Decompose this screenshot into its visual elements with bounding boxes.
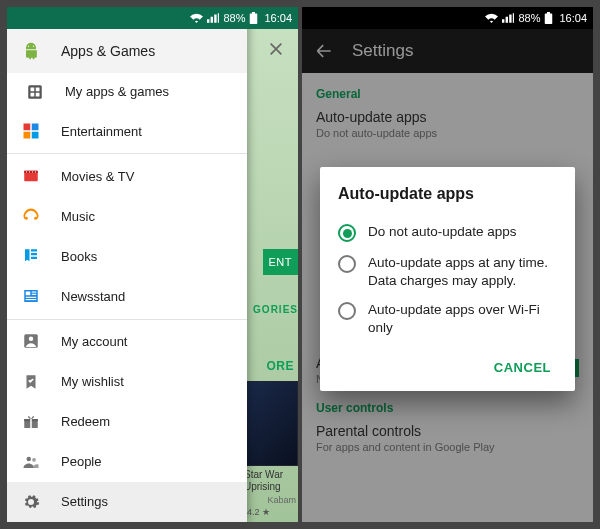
- drawer-item-redeem[interactable]: Redeem: [7, 402, 247, 442]
- screen-right: 88% 16:04 Settings General Auto-update a…: [302, 7, 593, 522]
- drawer-sub-label: My apps & games: [65, 84, 169, 99]
- dialog-actions: CANCEL: [338, 352, 557, 383]
- svg-rect-1: [28, 85, 42, 99]
- close-button[interactable]: [262, 35, 290, 63]
- battery-text: 88%: [518, 12, 540, 24]
- svg-point-13: [29, 171, 30, 172]
- drawer-item-label: Redeem: [61, 414, 110, 429]
- music-icon: [21, 206, 41, 226]
- partial-label-more: ORE: [266, 359, 294, 373]
- clock-text: 16:04: [264, 12, 292, 24]
- books-icon: [21, 246, 41, 266]
- account-icon: [21, 331, 41, 351]
- svg-rect-5: [36, 93, 40, 97]
- battery-icon: [249, 12, 258, 24]
- app-title: Star War Uprising: [244, 469, 296, 493]
- radio-selected-icon: [338, 224, 356, 242]
- radio-label: Do not auto-update apps: [368, 223, 517, 241]
- drawer-item-label: Entertainment: [61, 124, 142, 139]
- svg-rect-4: [31, 93, 35, 97]
- svg-rect-8: [24, 132, 31, 139]
- app-thumbnail[interactable]: [243, 381, 298, 466]
- drawer-item-settings[interactable]: Settings: [7, 482, 247, 522]
- drawer-item-label: Settings: [61, 494, 108, 509]
- drawer-item-label: My account: [61, 334, 127, 349]
- divider: [7, 153, 247, 154]
- drawer-item-label: Movies & TV: [61, 169, 134, 184]
- signal-icon: [502, 13, 514, 23]
- gift-icon: [21, 412, 41, 432]
- status-bar: 88% 16:04: [7, 7, 298, 29]
- radio-unselected-icon: [338, 255, 356, 273]
- drawer-item-newsstand[interactable]: Newsstand: [7, 276, 247, 316]
- dialog-title: Auto-update apps: [338, 185, 557, 203]
- navigation-drawer: Apps & Games My apps & games Entertainme…: [7, 7, 247, 522]
- cancel-button[interactable]: CANCEL: [488, 352, 557, 383]
- app-rating: 4.2 ★: [247, 507, 270, 517]
- svg-rect-7: [32, 124, 39, 131]
- radio-option-do-not-update[interactable]: Do not auto-update apps: [338, 217, 557, 248]
- svg-point-23: [29, 337, 34, 342]
- drawer-header-label: Apps & Games: [61, 43, 155, 59]
- wifi-icon: [485, 13, 498, 23]
- radio-option-wifi-only[interactable]: Auto-update apps over Wi-Fi only: [338, 295, 557, 342]
- svg-rect-17: [26, 292, 31, 296]
- drawer-item-label: People: [61, 454, 101, 469]
- svg-point-15: [35, 171, 36, 172]
- people-icon: [21, 452, 41, 472]
- svg-point-14: [32, 171, 33, 172]
- signal-icon: [207, 13, 219, 23]
- svg-rect-26: [30, 419, 32, 428]
- radio-unselected-icon: [338, 302, 356, 320]
- newsstand-icon: [21, 286, 41, 306]
- drawer-item-books[interactable]: Books: [7, 236, 247, 276]
- svg-rect-6: [24, 124, 31, 131]
- radio-label: Auto-update apps over Wi-Fi only: [368, 301, 557, 336]
- android-icon: [21, 41, 41, 61]
- partial-label-categories: GORIES: [253, 304, 298, 315]
- svg-rect-18: [32, 292, 37, 293]
- svg-rect-2: [31, 87, 35, 91]
- battery-icon: [544, 12, 553, 24]
- drawer-header-apps-games[interactable]: Apps & Games: [7, 29, 247, 73]
- gear-icon: [21, 492, 41, 512]
- wifi-icon: [190, 13, 203, 23]
- drawer-item-label: Books: [61, 249, 97, 264]
- battery-text: 88%: [223, 12, 245, 24]
- partial-label-ent: ENT: [263, 249, 299, 275]
- drawer-item-label: My wishlist: [61, 374, 124, 389]
- drawer-item-music[interactable]: Music: [7, 196, 247, 236]
- bookmark-icon: [21, 372, 41, 392]
- svg-point-12: [26, 171, 27, 172]
- divider: [7, 319, 247, 320]
- drawer-item-account[interactable]: My account: [7, 321, 247, 361]
- svg-rect-21: [26, 299, 37, 300]
- status-bar: 88% 16:04: [302, 7, 593, 29]
- screen-left: 88% 16:04 ENT GORIES ORE Star War Uprisi…: [7, 7, 298, 522]
- app-publisher: Kabam: [267, 495, 296, 505]
- drawer-item-people[interactable]: People: [7, 442, 247, 482]
- radio-option-any-time[interactable]: Auto-update apps at any time. Data charg…: [338, 248, 557, 295]
- drawer-item-label: Music: [61, 209, 95, 224]
- radio-label: Auto-update apps at any time. Data charg…: [368, 254, 557, 289]
- apps-icon: [25, 82, 45, 102]
- svg-rect-9: [32, 132, 39, 139]
- drawer-item-wishlist[interactable]: My wishlist: [7, 362, 247, 402]
- drawer-item-movies[interactable]: Movies & TV: [7, 156, 247, 196]
- svg-point-28: [32, 458, 36, 462]
- movies-icon: [21, 166, 41, 186]
- svg-rect-3: [36, 87, 40, 91]
- auto-update-dialog: Auto-update apps Do not auto-update apps…: [320, 167, 575, 391]
- clock-text: 16:04: [559, 12, 587, 24]
- svg-rect-20: [26, 297, 37, 298]
- svg-rect-19: [32, 294, 37, 295]
- drawer-item-label: Newsstand: [61, 289, 125, 304]
- drawer-item-entertainment[interactable]: Entertainment: [7, 111, 247, 151]
- svg-point-27: [27, 457, 32, 462]
- svg-rect-0: [251, 15, 256, 23]
- entertainment-icon: [21, 121, 41, 141]
- drawer-item-my-apps[interactable]: My apps & games: [7, 73, 247, 111]
